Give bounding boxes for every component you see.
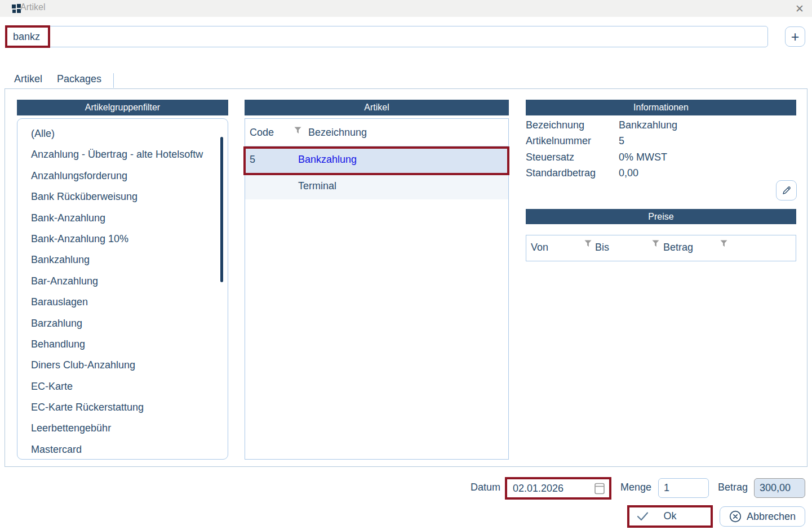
search-input[interactable] bbox=[6, 26, 768, 47]
filter-panel-header: Artikelgruppenfilter bbox=[17, 100, 228, 115]
ok-button[interactable]: Ok bbox=[629, 507, 711, 525]
filter-item[interactable]: Bank-Anzahlung 10% bbox=[17, 229, 228, 250]
filter-icon[interactable] bbox=[720, 240, 727, 247]
filter-item[interactable]: Anzahlungsforderung bbox=[17, 166, 228, 186]
filter-item[interactable]: Mastercard bbox=[17, 439, 228, 460]
column-header-von[interactable]: Von bbox=[531, 242, 548, 253]
menge-input[interactable] bbox=[658, 478, 709, 498]
menge-label: Menge bbox=[620, 482, 651, 493]
cancel-button[interactable]: Abbrechen bbox=[720, 506, 805, 527]
filter-item[interactable]: Bank Rücküberweisung bbox=[17, 186, 228, 207]
prices-table: Von Bis Betrag bbox=[526, 235, 796, 261]
table-row[interactable]: 5 Bankzahlung bbox=[245, 146, 508, 173]
filter-item[interactable]: Bankzahlung bbox=[17, 250, 228, 270]
prices-panel-header: Preise bbox=[526, 209, 796, 224]
datum-label: Datum bbox=[471, 482, 500, 493]
table-row[interactable]: Terminal bbox=[245, 173, 508, 199]
filter-item[interactable]: Barzahlung bbox=[17, 313, 228, 334]
info-label: Standardbetrag bbox=[526, 167, 619, 179]
info-row: Standardbetrag 0,00 bbox=[526, 165, 796, 181]
filter-item[interactable]: (Alle) bbox=[17, 123, 228, 144]
edit-button[interactable] bbox=[776, 180, 797, 201]
info-row: Bezeichnung Bankzahlung bbox=[526, 117, 796, 133]
cell-bezeichnung: Bankzahlung bbox=[298, 154, 357, 166]
article-table-header: Code Bezeichnung bbox=[245, 119, 508, 146]
info-label: Steuersatz bbox=[526, 152, 619, 163]
article-group-filter-list: (Alle) Anzahlung - Übertrag - alte Hotel… bbox=[17, 118, 228, 460]
article-panel-header: Artikel bbox=[245, 100, 509, 115]
ok-button-annotation-box: Ok bbox=[627, 505, 713, 528]
tab-separator bbox=[113, 73, 114, 88]
filter-item[interactable]: Barauslagen bbox=[17, 292, 228, 313]
filter-item[interactable]: Diners Club-Anzahlung bbox=[17, 355, 228, 376]
add-article-button[interactable]: + bbox=[785, 26, 805, 47]
filter-item[interactable]: Anzahlung - Übertrag - alte Hotelsoftw bbox=[17, 144, 228, 165]
column-header-bis[interactable]: Bis bbox=[595, 242, 609, 253]
pencil-icon bbox=[781, 185, 792, 196]
article-table: Code Bezeichnung 5 Bankzahlung Terminal bbox=[245, 118, 509, 460]
filter-list-scrollbar[interactable] bbox=[220, 137, 223, 282]
filter-item[interactable]: Bar-Anzahlung bbox=[17, 271, 228, 292]
column-header-code[interactable]: Code bbox=[250, 127, 274, 139]
circled-x-icon bbox=[729, 510, 742, 523]
tab-bar: Artikel Packages bbox=[7, 72, 114, 89]
column-header-betrag[interactable]: Betrag bbox=[663, 242, 693, 253]
filter-item[interactable]: EC-Karte Rückerstattung bbox=[17, 397, 228, 418]
filter-item[interactable]: Leerbettengebühr bbox=[17, 418, 228, 439]
filter-item[interactable]: Behandlung bbox=[17, 334, 228, 355]
filter-icon[interactable] bbox=[294, 127, 301, 134]
filter-item[interactable]: EC-Karte bbox=[17, 376, 228, 397]
artikel-dialog: Artikel ✕ + Artikel Packages Artikelgrup… bbox=[0, 0, 812, 530]
info-value: 0,00 bbox=[619, 167, 638, 179]
info-value: 5 bbox=[619, 135, 624, 147]
info-panel-header: Informationen bbox=[526, 100, 796, 115]
info-row: Artikelnummer 5 bbox=[526, 133, 796, 149]
info-value: Bankzahlung bbox=[619, 119, 677, 131]
filter-icon[interactable] bbox=[584, 240, 592, 247]
datum-value: 02.01.2026 bbox=[513, 483, 563, 495]
betrag-label: Betrag bbox=[718, 482, 748, 493]
filter-item[interactable]: Bank-Anzahlung bbox=[17, 208, 228, 229]
datum-field[interactable]: 02.01.2026 bbox=[507, 479, 609, 497]
info-row: Steuersatz 0% MWST bbox=[526, 149, 796, 166]
window-title: Artikel bbox=[20, 2, 45, 12]
title-bar: Artikel ✕ bbox=[0, 0, 812, 17]
info-label: Artikelnummer bbox=[526, 135, 619, 147]
info-label: Bezeichnung bbox=[526, 119, 619, 131]
betrag-input[interactable] bbox=[754, 478, 805, 498]
cell-code: 5 bbox=[245, 154, 298, 166]
calendar-icon[interactable] bbox=[594, 483, 605, 495]
filter-icon[interactable] bbox=[652, 240, 659, 247]
cancel-button-label: Abbrechen bbox=[747, 511, 796, 523]
info-value: 0% MWST bbox=[619, 152, 667, 163]
close-icon[interactable]: ✕ bbox=[792, 1, 807, 16]
datum-field-annotation-box: 02.01.2026 bbox=[505, 477, 611, 500]
cell-bezeichnung: Terminal bbox=[298, 180, 336, 192]
column-header-bezeichnung[interactable]: Bezeichnung bbox=[308, 127, 367, 139]
ok-button-label: Ok bbox=[629, 510, 711, 522]
